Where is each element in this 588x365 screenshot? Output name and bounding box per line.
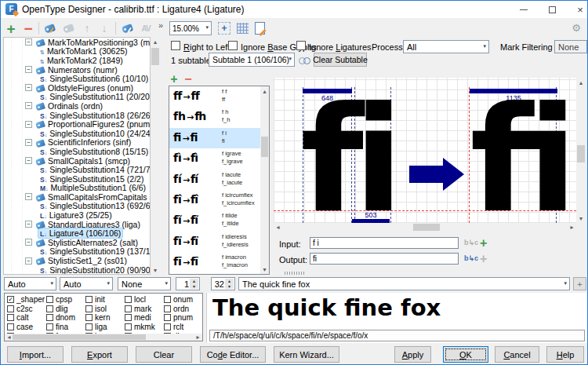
checkbox[interactable] [125, 323, 132, 330]
spin-up-icon[interactable]: ▴ [225, 279, 234, 284]
tree-item[interactable]: L↓Ligature4 (106/106) [4, 228, 150, 238]
lookup-properties-button[interactable] [119, 20, 135, 36]
tree-item[interactable]: S↓SingleSubstitution15 (2/2) [4, 174, 150, 184]
tree-expand-icon[interactable]: − [25, 38, 32, 46]
tree-expand-icon[interactable]: − [25, 239, 32, 246]
tree-item[interactable]: S↓SingleSubstitution20 (90/90) [4, 265, 150, 275]
tree-expand-icon[interactable]: − [25, 193, 32, 200]
canvas-hscroll-thumb[interactable] [413, 224, 440, 231]
checkbox[interactable] [164, 314, 171, 321]
edit-lookup-button[interactable] [42, 20, 57, 36]
spinner-arrows[interactable]: ▴▾ [190, 279, 198, 289]
tree-item[interactable]: −StylisticAlternates2 (salt) [4, 238, 150, 247]
tree-item[interactable]: S↓SingleSubstitution10 (24/24) [4, 129, 150, 138]
canvas-vertical-scrollbar[interactable]: ▴ ▾ [576, 78, 586, 223]
language-combobox[interactable]: Auto ▾ [60, 277, 113, 290]
tree-expand-icon[interactable]: − [25, 221, 32, 228]
font-size-spinner[interactable]: 32 ▴▾ [211, 277, 235, 290]
glyph-name-toggle-icon[interactable]: b↳c [464, 239, 478, 246]
zoom-combobox[interactable]: 15.00% ▾ [169, 21, 212, 35]
feature-checkbox-pnum[interactable]: pnum [164, 313, 203, 323]
tree-item[interactable]: −StylisticSet1_2 (ss01) [4, 256, 150, 265]
remove-feature-button[interactable]: − [20, 20, 36, 36]
scroll-left-icon[interactable]: ◂ [274, 223, 282, 232]
tree-item[interactable]: S↓SingleSubstitution6 (10/10) [4, 74, 150, 83]
checkbox[interactable] [46, 314, 53, 321]
tree-item[interactable]: −SmallCapitals1 (smcp) [4, 156, 150, 166]
tree-scrollbar-thumb[interactable] [151, 48, 159, 65]
kern-wizard-button[interactable]: Kern Wizard... [274, 346, 339, 363]
show-grid-button[interactable] [237, 23, 249, 34]
scroll-up-icon[interactable]: ▴ [151, 37, 160, 46]
fit-to-window-button[interactable]: + [218, 22, 230, 35]
move-up-button[interactable]: ↑ [79, 20, 95, 36]
ligature-list-item[interactable]: ff→fff fff [169, 86, 269, 107]
tree-item[interactable]: ⇅MarkToMark1 (30625) [4, 47, 150, 57]
spin-up-icon[interactable]: ▴ [190, 279, 198, 284]
glyph-sequence-bar[interactable]: /T/h/e/space/q/u/i/c/k/space/fi/n/e/spac… [209, 330, 585, 341]
scroll-up-icon[interactable]: ▴ [260, 86, 269, 96]
remove-ligature-button[interactable]: − [182, 74, 194, 85]
feature-checkbox-cpsp[interactable]: cpsp [46, 295, 85, 305]
feature-checkbox-ordn[interactable]: ordn [164, 305, 203, 314]
canvas-horizontal-scrollbar[interactable]: ◂ ▸ [274, 223, 576, 232]
output-field[interactable]: fi [310, 253, 459, 265]
clear-subtable-button[interactable]: Clear Subtable [314, 53, 367, 67]
ligature-list-item[interactable]: fī→fīf imacronf_imacron [169, 252, 269, 272]
feature-checkbox-isol[interactable]: isol [85, 305, 125, 314]
subtable-combobox[interactable]: Subtable 1 (106/106) ▾ [209, 53, 295, 67]
script-combobox[interactable]: Auto ▾ [4, 277, 56, 290]
feature-checkbox-liga[interactable]: liga [85, 323, 125, 332]
feature-checkbox-dlig[interactable]: dlig [46, 305, 85, 314]
duplicate-lookup-button[interactable] [60, 20, 76, 36]
checkbox[interactable] [7, 323, 14, 330]
ligature-list-item[interactable]: fï→fïf idieresisf_idieresis [169, 232, 269, 252]
right-to-left-checkbox[interactable] [171, 41, 180, 50]
code-editor-button[interactable]: Code Editor... [200, 346, 266, 363]
feature-checkbox-init[interactable]: init [85, 295, 125, 305]
cancel-button[interactable]: Cancel [495, 346, 539, 363]
feature-checkbox-rclt[interactable]: rclt [164, 323, 203, 332]
feature-checkbox-calt[interactable]: calt [7, 313, 46, 323]
tree-expand-icon[interactable]: − [25, 157, 32, 164]
feature-checkbox-onum[interactable]: onum [164, 295, 203, 305]
tree-scrollbar[interactable]: ▴ ▾ [151, 37, 160, 275]
checkbox[interactable] [7, 314, 14, 321]
tree-item[interactable]: S↓SingleSubstitution19 (137/137) [4, 247, 150, 257]
help-button[interactable]: Help [546, 346, 584, 363]
import-button[interactable]: Import... [7, 346, 64, 363]
add-feature-button[interactable]: + [3, 20, 19, 36]
toolbar-overflow-button[interactable]: » [155, 17, 166, 33]
minimize-button[interactable] [512, 1, 535, 18]
tree-item[interactable]: −StandardLigatures3 (liga) [4, 220, 150, 229]
glyph-canvas[interactable]: 648 503 1135 f i fi [274, 78, 576, 223]
tree-expand-icon[interactable]: − [25, 84, 32, 91]
tree-item[interactable]: −MarkToMarkPositioning3 (mkmk) [4, 38, 150, 47]
tree-item[interactable]: −ProportionalFigures2 (pnum) [4, 119, 150, 129]
kerning-pairs-button[interactable]: AV [138, 20, 154, 36]
feature-checkbox-c2sc[interactable]: c2sc [7, 305, 46, 314]
ligature-list-scrollbar[interactable]: ▴ ▾ [260, 86, 269, 274]
feature-checkbox-dnom[interactable]: dnom [46, 313, 85, 323]
tree-item[interactable]: −OldstyleFigures (onum) [4, 83, 150, 93]
feature-list-hscrollbar[interactable]: ◂ ▸ [5, 334, 202, 341]
add-ligature-button[interactable]: + [168, 74, 180, 85]
direction-combobox[interactable]: None ▾ [118, 277, 171, 290]
tree-item[interactable]: S↓SingleSubstitution18 (26/26) [4, 111, 150, 120]
tree-item[interactable]: −SmallCapitalsFromCapitals (c2sc) [4, 192, 150, 202]
scroll-down-icon[interactable]: ▾ [260, 265, 269, 274]
checkbox[interactable] [46, 296, 53, 303]
checkbox[interactable] [46, 305, 53, 312]
feature-tree[interactable]: −MarkToMarkPositioning3 (mkmk)⇅MarkToMar… [3, 37, 151, 275]
canvas-vscroll-thumb[interactable] [577, 145, 585, 162]
feature-checkbox-mark[interactable]: mark [125, 305, 164, 314]
code-edit-button[interactable] [255, 22, 265, 35]
checkbox[interactable] [164, 296, 171, 303]
tree-expand-icon[interactable]: − [25, 139, 32, 146]
gear-icon[interactable]: ⚙ [572, 22, 581, 34]
ligature-list-item[interactable]: fi→fif ifi [169, 128, 269, 148]
feature-checkbox-kern[interactable]: kern [85, 313, 125, 323]
link-subtable-icon[interactable] [299, 56, 310, 65]
titlebar[interactable]: F OpenType Designer - calibrib.ttf : Lig… [1, 1, 587, 18]
ligature-list-item[interactable]: fĩ→fĩf itildef_itilde [169, 210, 269, 231]
